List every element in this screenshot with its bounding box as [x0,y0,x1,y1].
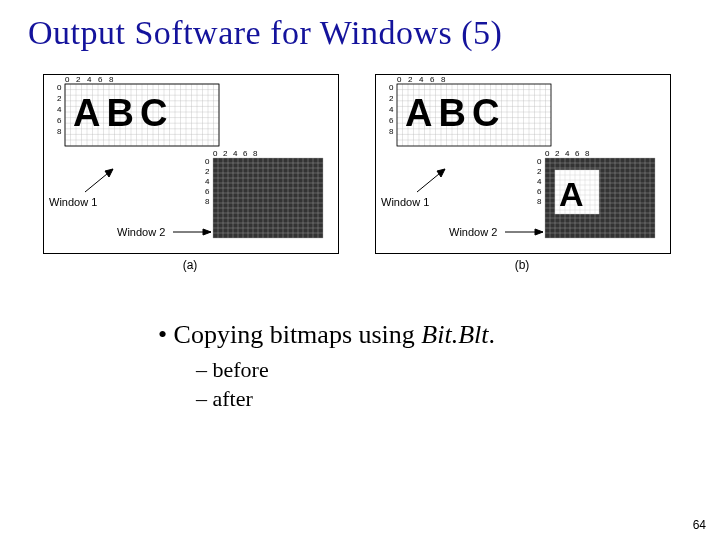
svg-marker-237 [535,229,543,235]
svg-text:2: 2 [223,149,228,158]
window1-text: ABC [73,92,173,134]
svg-text:6: 6 [575,149,580,158]
bullet-main-suffix: . [489,320,496,349]
svg-text:0: 0 [389,83,394,92]
bullet-sub-after: – after [196,385,692,414]
svg-text:0: 0 [57,83,62,92]
svg-marker-107 [203,229,211,235]
svg-text:2: 2 [57,94,62,103]
figures-row: ABC 02468 02468 02468 02468 [20,66,692,306]
svg-text:4: 4 [205,177,210,186]
svg-text:8: 8 [205,197,210,206]
svg-text:8: 8 [441,75,446,84]
svg-text:2: 2 [537,167,542,176]
page-number: 64 [693,518,706,532]
svg-text:0: 0 [545,149,550,158]
svg-text:Window 2: Window 2 [449,226,497,238]
svg-text:2: 2 [555,149,560,158]
panel-a-svg: ABC 02468 02468 02468 02468 [43,74,339,254]
svg-text:4: 4 [565,149,570,158]
svg-text:4: 4 [419,75,424,84]
svg-text:0: 0 [397,75,402,84]
svg-text:8: 8 [389,127,394,136]
svg-text:4: 4 [389,105,394,114]
svg-text:6: 6 [537,187,542,196]
bullet-main: • Copying bitmaps using Bit.Blt. [158,320,692,350]
svg-text:8: 8 [537,197,542,206]
window2-label: Window 2 [117,226,165,238]
svg-text:2: 2 [408,75,413,84]
svg-text:ABC: ABC [405,92,505,134]
svg-text:6: 6 [389,116,394,125]
panel-b-svg: ABC 02468 02468 [375,74,671,254]
svg-text:4: 4 [233,149,238,158]
svg-text:8: 8 [253,149,258,158]
svg-text:4: 4 [87,75,92,84]
svg-text:6: 6 [243,149,248,158]
slide-title: Output Software for Windows (5) [28,14,692,52]
bullet-main-emph: Bit.Blt [421,320,488,349]
figure-panel-a: ABC 02468 02468 02468 02468 [35,66,345,306]
svg-text:2: 2 [205,167,210,176]
svg-text:6: 6 [430,75,435,84]
svg-text:0: 0 [205,157,210,166]
caption-b: (b) [367,258,677,272]
svg-text:6: 6 [98,75,103,84]
svg-text:8: 8 [109,75,114,84]
caption-a: (a) [35,258,345,272]
svg-text:2: 2 [76,75,81,84]
svg-marker-235 [437,169,445,177]
copied-letter: A [559,175,584,213]
figure-panel-b: ABC 02468 02468 [367,66,677,306]
window1-label: Window 1 [49,196,97,208]
bullet-list: • Copying bitmaps using Bit.Blt. – befor… [158,320,692,413]
svg-text:6: 6 [205,187,210,196]
svg-text:8: 8 [585,149,590,158]
svg-text:8: 8 [57,127,62,136]
svg-text:0: 0 [65,75,70,84]
svg-text:Window 1: Window 1 [381,196,429,208]
svg-text:4: 4 [57,105,62,114]
svg-text:2: 2 [389,94,394,103]
svg-marker-105 [105,169,113,177]
bullet-main-text: Copying bitmaps using [174,320,422,349]
svg-text:6: 6 [57,116,62,125]
bullet-sub-before: – before [196,356,692,385]
svg-text:4: 4 [537,177,542,186]
svg-text:0: 0 [537,157,542,166]
svg-text:0: 0 [213,149,218,158]
